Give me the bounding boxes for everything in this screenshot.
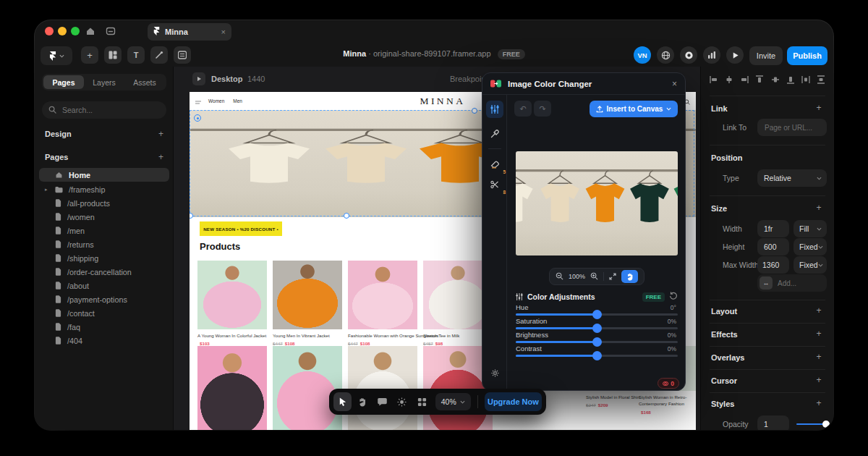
select-tool-button[interactable] — [333, 392, 352, 411]
design-section-header[interactable]: Design + — [45, 129, 163, 139]
credits-badge[interactable]: 0 — [658, 378, 679, 389]
sidebar-item-returns[interactable]: /returns — [39, 237, 169, 251]
home-icon[interactable] — [85, 26, 95, 39]
fit-expand-icon[interactable] — [609, 270, 616, 283]
inbox-icon[interactable] — [106, 26, 116, 39]
zoom-out-icon[interactable] — [556, 270, 563, 283]
sidebar-item-contact[interactable]: /contact — [39, 306, 169, 320]
opacity-slider[interactable] — [796, 423, 827, 425]
undo-button[interactable]: ↶ — [514, 101, 532, 117]
add-design-icon[interactable]: + — [158, 129, 163, 139]
plugin-close-icon[interactable]: × — [672, 79, 677, 89]
background-remover-tool-icon[interactable]: 5 — [486, 156, 503, 173]
breakpoint-device-label[interactable]: Desktop — [211, 75, 242, 83]
add-size-constraint-button[interactable]: ↔ Add... — [757, 274, 827, 292]
zoom-select[interactable]: 40% — [435, 393, 471, 410]
opacity-input[interactable]: 1 — [757, 415, 789, 430]
pan-hand-button[interactable] — [621, 270, 638, 283]
saturation-slider-thumb[interactable] — [592, 324, 602, 333]
effects-add-icon[interactable]: + — [814, 329, 823, 339]
align-center-h-icon[interactable] — [725, 74, 733, 87]
height-input[interactable]: 600 — [757, 238, 789, 256]
product-card[interactable] — [273, 346, 342, 430]
tab-layers[interactable]: Layers — [84, 75, 124, 89]
sidebar-item-home[interactable]: Home — [39, 168, 169, 182]
distribute-h-icon[interactable] — [801, 74, 810, 87]
size-add-icon[interactable]: + — [814, 203, 823, 213]
product-card[interactable] — [348, 346, 417, 430]
align-top-icon[interactable] — [755, 74, 764, 87]
reset-icon[interactable] — [669, 290, 678, 303]
sidebar-item-shipping[interactable]: /shipping — [39, 251, 169, 265]
sidebar-item-frameship[interactable]: ▸ /frameship — [39, 182, 169, 196]
max-width-input[interactable]: 1360 — [757, 256, 789, 274]
insert-to-canvas-button[interactable]: Insert to Canvas — [590, 101, 678, 117]
opacity-slider-thumb[interactable] — [822, 421, 830, 428]
tab-assets[interactable]: Assets — [124, 75, 165, 89]
hand-tool-button[interactable] — [354, 392, 372, 411]
sidebar-item-faq[interactable]: /faq — [39, 320, 169, 334]
project-tab[interactable]: Minna × — [148, 23, 231, 41]
search-box[interactable] — [42, 101, 166, 119]
layout-section-title[interactable]: Layout — [711, 307, 737, 316]
tab-pages[interactable]: Pages — [43, 75, 84, 89]
layout-add-icon[interactable]: + — [814, 305, 823, 316]
overlays-add-icon[interactable]: + — [814, 352, 823, 362]
width-mode-select[interactable]: Fill — [793, 220, 827, 237]
selection-handle-bottom[interactable] — [344, 213, 349, 219]
selection-handle-top[interactable] — [472, 108, 477, 114]
caret-right-icon[interactable]: ▸ — [45, 187, 48, 193]
product-card[interactable]: Fashionable Woman with Orange Sunglasses… — [348, 261, 417, 346]
contrast-slider-thumb[interactable] — [592, 351, 602, 360]
globe-button[interactable] — [657, 46, 674, 64]
align-right-icon[interactable] — [740, 74, 749, 87]
publish-button[interactable]: Publish — [787, 46, 827, 65]
cursor-section-title[interactable]: Cursor — [711, 376, 737, 385]
layout-grid-button[interactable] — [413, 392, 431, 411]
theme-toggle-button[interactable] — [393, 392, 412, 411]
link-to-input[interactable] — [757, 119, 827, 136]
zoom-in-icon[interactable] — [590, 270, 598, 283]
effects-section-title[interactable]: Effects — [711, 330, 738, 339]
overlays-section-title[interactable]: Overlays — [711, 353, 744, 362]
sidebar-item-order-cancellation[interactable]: /order-cancellation — [39, 265, 169, 279]
adjustments-tool-icon[interactable] — [486, 101, 503, 118]
cutout-tool-icon[interactable]: 8 — [486, 176, 503, 193]
redo-button[interactable]: ↷ — [534, 101, 551, 117]
add-page-icon[interactable]: + — [158, 152, 163, 162]
minimize-traffic-light[interactable] — [58, 27, 67, 35]
styles-add-icon[interactable]: + — [814, 398, 823, 408]
sidebar-item-all-products[interactable]: /all-products — [39, 196, 169, 210]
product-card[interactable]: Young Men In Vibrant Jacket $447$108 — [273, 261, 342, 346]
product-card[interactable]: Stylish Woman in Retro-Contemporary Fash… — [639, 391, 691, 415]
eyedropper-tool-icon[interactable] — [486, 125, 503, 143]
comment-tool-button[interactable] — [373, 392, 391, 411]
plugin-image-preview[interactable] — [516, 151, 678, 256]
align-center-v-icon[interactable] — [771, 74, 780, 87]
align-left-icon[interactable] — [710, 74, 718, 87]
invite-button[interactable]: Invite — [749, 46, 783, 65]
sidebar-item-men[interactable]: /men — [39, 224, 169, 237]
record-button[interactable] — [680, 46, 697, 64]
tab-close-icon[interactable]: × — [221, 28, 226, 36]
sidebar-item-women[interactable]: /women — [39, 210, 169, 224]
position-type-select[interactable]: Relative — [757, 169, 827, 187]
preview-play-button[interactable] — [726, 46, 744, 64]
analytics-button[interactable] — [703, 46, 720, 64]
height-mode-select[interactable]: Fixed — [793, 238, 827, 256]
product-card[interactable] — [197, 346, 267, 430]
search-input[interactable] — [61, 105, 150, 115]
product-card[interactable]: A Young Woman In Colorful Jacket $103 — [197, 261, 267, 346]
cursor-add-icon[interactable]: + — [814, 375, 823, 385]
width-input[interactable]: 1fr — [757, 220, 789, 237]
max-width-mode-select[interactable]: Fixed — [793, 256, 827, 274]
brightness-slider-thumb[interactable] — [592, 337, 602, 347]
distribute-v-icon[interactable] — [817, 74, 825, 87]
selection-handle-bottom-left[interactable] — [190, 213, 193, 219]
sidebar-item-404[interactable]: /404 — [39, 334, 169, 347]
link-add-icon[interactable]: + — [814, 103, 823, 113]
breakpoint-play-icon[interactable] — [192, 72, 205, 85]
close-traffic-light[interactable] — [45, 27, 54, 35]
upgrade-now-button[interactable]: Upgrade Now — [485, 392, 542, 411]
hue-slider-thumb[interactable] — [592, 310, 602, 319]
